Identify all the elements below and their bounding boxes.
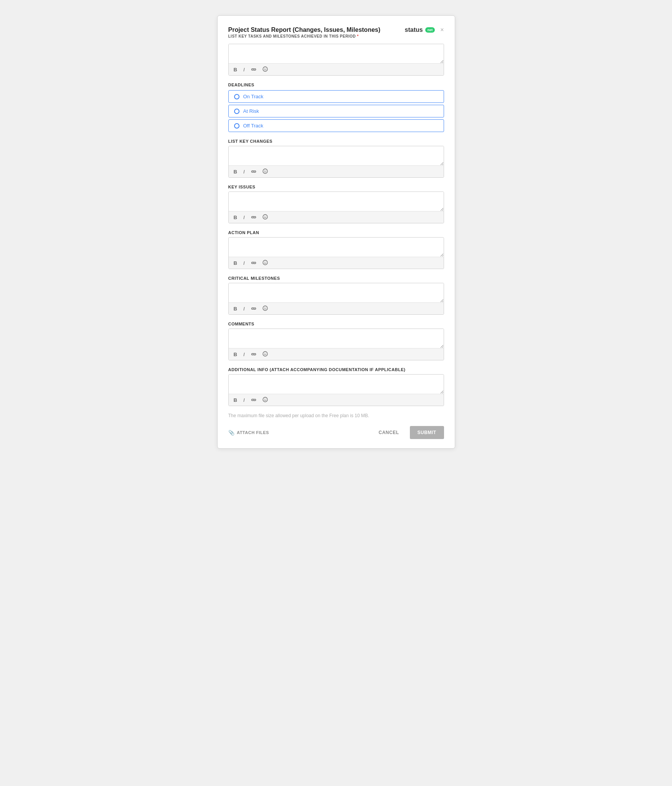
svg-point-4 <box>264 170 265 171</box>
key-issues-toolbar: B I <box>229 211 444 223</box>
comments-editor: B I <box>228 329 444 360</box>
action-plan-editor: B I <box>228 237 444 269</box>
key-issues-label: KEY ISSUES <box>228 185 444 189</box>
critical-milestones-toolbar: B I <box>229 302 444 314</box>
svg-point-12 <box>263 306 267 310</box>
svg-point-18 <box>263 397 267 402</box>
additional-info-toolbar: B I <box>229 394 444 406</box>
key-changes-textarea[interactable] <box>229 146 444 165</box>
key-issues-bold-btn[interactable]: B <box>233 214 238 221</box>
radio-circle-off-track <box>234 123 239 129</box>
svg-point-0 <box>263 67 267 71</box>
milestones-textarea[interactable] <box>229 44 444 63</box>
action-plan-toolbar: B I <box>229 257 444 269</box>
deadlines-section: DEADLINES On Track At Risk Off Track <box>228 83 444 132</box>
critical-milestones-bold-btn[interactable]: B <box>233 305 238 312</box>
radio-label-off-track: Off Track <box>243 123 264 129</box>
svg-point-19 <box>264 399 265 400</box>
svg-point-3 <box>263 169 267 173</box>
modal-title-block: Project Status Report (Changes, Issues, … <box>228 26 399 38</box>
action-plan-link-btn[interactable] <box>250 260 258 266</box>
milestones-emoji-btn[interactable] <box>261 66 269 73</box>
milestones-toolbar: B I <box>229 63 444 75</box>
key-issues-textarea[interactable] <box>229 192 444 211</box>
brand-logo: status net × <box>405 26 444 33</box>
action-plan-textarea[interactable] <box>229 238 444 257</box>
key-changes-bold-btn[interactable]: B <box>233 168 238 175</box>
additional-info-link-btn[interactable] <box>250 397 258 403</box>
radio-off-track[interactable]: Off Track <box>228 119 444 132</box>
critical-milestones-emoji-btn[interactable] <box>261 305 269 312</box>
deadlines-label: DEADLINES <box>228 83 444 87</box>
comments-italic-btn[interactable]: I <box>242 351 246 358</box>
radio-on-track[interactable]: On Track <box>228 90 444 103</box>
additional-info-editor: B I <box>228 374 444 406</box>
critical-milestones-section: CRITICAL MILESTONES B I <box>228 276 444 315</box>
svg-point-2 <box>266 68 266 69</box>
critical-milestones-link-btn[interactable] <box>250 305 258 312</box>
milestones-italic-btn[interactable]: I <box>242 66 246 73</box>
attach-files-button[interactable]: 📎 ATTACH FILES <box>228 430 269 436</box>
svg-point-1 <box>264 68 265 69</box>
key-changes-italic-btn[interactable]: I <box>242 168 246 175</box>
critical-milestones-label: CRITICAL MILESTONES <box>228 276 444 281</box>
radio-circle-on-track <box>234 94 239 99</box>
comments-bold-btn[interactable]: B <box>233 351 238 358</box>
comments-textarea[interactable] <box>229 329 444 348</box>
radio-circle-at-risk <box>234 109 239 114</box>
action-plan-section: ACTION PLAN B I <box>228 230 444 269</box>
close-button[interactable]: × <box>437 27 444 33</box>
svg-point-15 <box>263 352 267 356</box>
comments-link-btn[interactable] <box>250 351 258 358</box>
svg-point-9 <box>263 260 267 265</box>
action-plan-bold-btn[interactable]: B <box>233 260 238 266</box>
radio-label-at-risk: At Risk <box>243 108 259 114</box>
comments-emoji-btn[interactable] <box>261 350 269 358</box>
required-marker: * <box>357 34 358 38</box>
svg-point-17 <box>266 353 266 354</box>
key-changes-link-btn[interactable] <box>250 168 258 175</box>
footer-actions: 📎 ATTACH FILES CANCEL SUBMIT <box>228 424 444 439</box>
file-size-note: The maximum file size allowed per upload… <box>228 413 444 418</box>
svg-point-8 <box>266 216 266 217</box>
comments-toolbar: B I <box>229 348 444 360</box>
milestones-editor: B I <box>228 44 444 76</box>
cancel-button[interactable]: CANCEL <box>374 427 404 438</box>
radio-label-on-track: On Track <box>243 94 264 99</box>
milestones-bold-btn[interactable]: B <box>233 66 238 73</box>
comments-section: COMMENTS B I <box>228 322 444 360</box>
svg-point-16 <box>264 353 265 354</box>
action-plan-emoji-btn[interactable] <box>261 259 269 267</box>
action-plan-italic-btn[interactable]: I <box>242 260 246 266</box>
key-issues-italic-btn[interactable]: I <box>242 214 246 221</box>
critical-milestones-editor: B I <box>228 283 444 315</box>
key-changes-emoji-btn[interactable] <box>261 168 269 175</box>
svg-point-10 <box>264 262 265 263</box>
attach-files-label: ATTACH FILES <box>237 430 269 435</box>
svg-point-11 <box>266 262 266 263</box>
additional-info-section: ADDITIONAL INFO (ATTACH ACCOMPANYING DOC… <box>228 367 444 406</box>
svg-point-20 <box>266 399 266 400</box>
key-issues-link-btn[interactable] <box>250 214 258 221</box>
milestones-link-btn[interactable] <box>250 66 258 73</box>
critical-milestones-textarea[interactable] <box>229 283 444 302</box>
key-issues-section: KEY ISSUES B I <box>228 185 444 223</box>
critical-milestones-italic-btn[interactable]: I <box>242 305 246 312</box>
submit-button[interactable]: SUBMIT <box>410 426 444 439</box>
svg-point-7 <box>264 216 265 217</box>
action-plan-label: ACTION PLAN <box>228 230 444 235</box>
modal-container: Project Status Report (Changes, Issues, … <box>217 15 455 449</box>
key-issues-emoji-btn[interactable] <box>261 213 269 221</box>
svg-point-13 <box>264 307 265 308</box>
modal-header: Project Status Report (Changes, Issues, … <box>228 26 444 38</box>
svg-point-5 <box>266 170 266 171</box>
svg-point-6 <box>263 215 267 219</box>
brand-badge: net <box>425 27 435 33</box>
radio-at-risk[interactable]: At Risk <box>228 105 444 117</box>
additional-info-emoji-btn[interactable] <box>261 396 269 404</box>
additional-info-italic-btn[interactable]: I <box>242 397 246 403</box>
key-changes-toolbar: B I <box>229 165 444 177</box>
additional-info-bold-btn[interactable]: B <box>233 397 238 403</box>
additional-info-textarea[interactable] <box>229 375 444 394</box>
key-changes-editor: B I <box>228 146 444 178</box>
